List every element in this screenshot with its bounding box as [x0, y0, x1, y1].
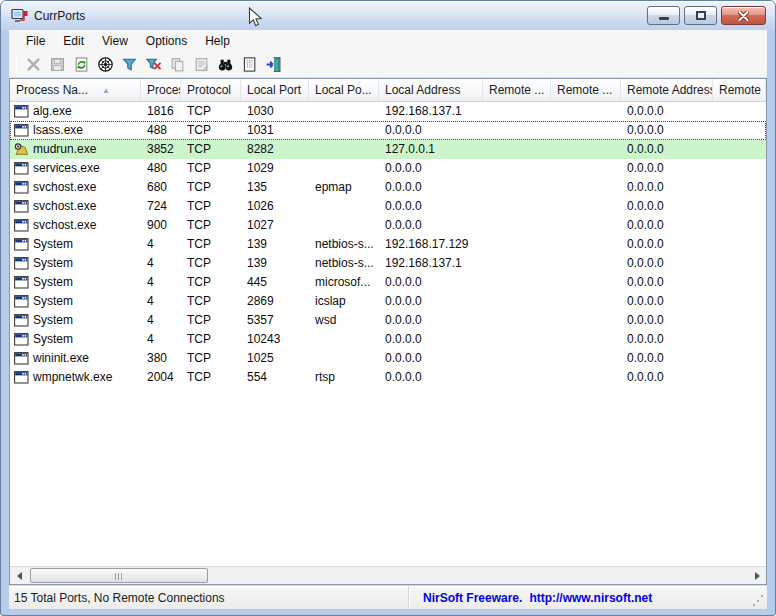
cell-remote-address: 0.0.0.0 [621, 273, 713, 292]
process-name-text: wmpnetwk.exe [33, 368, 112, 387]
column-remote-port[interactable]: Remote ... [483, 79, 551, 101]
column-remote-host[interactable]: Remote [713, 79, 766, 101]
cell-remote-port [483, 330, 551, 349]
status-summary: 15 Total Ports, No Remote Connections [9, 586, 409, 609]
cell-remote-address: 0.0.0.0 [621, 311, 713, 330]
cell-process-id: 2004 [141, 368, 181, 387]
toolbar [9, 51, 767, 78]
cell-process-name: wmpnetwk.exe [10, 368, 141, 387]
application-icon [14, 371, 29, 384]
clear-filter-button[interactable] [141, 53, 165, 76]
copy-icon [169, 56, 186, 73]
copy-button[interactable] [165, 53, 189, 76]
table-row[interactable]: alg.exe1816TCP1030192.168.137.10.0.0.0 [10, 102, 766, 121]
table-row[interactable]: wmpnetwk.exe2004TCP554rtsp0.0.0.00.0.0.0 [10, 368, 766, 387]
table-row[interactable]: System4TCP102430.0.0.00.0.0.0 [10, 330, 766, 349]
cell-remote-address: 0.0.0.0 [621, 216, 713, 235]
menu-view[interactable]: View [93, 32, 137, 50]
scroll-left-button[interactable] [10, 567, 28, 584]
find-button[interactable] [213, 53, 237, 76]
cell-remote-host-name [713, 178, 766, 197]
cell-remote-address: 0.0.0.0 [621, 349, 713, 368]
cell-local-port: 554 [241, 368, 309, 387]
cell-process-name: System [10, 292, 141, 311]
menu-edit[interactable]: Edit [54, 32, 93, 50]
nirsoft-link[interactable]: http://www.nirsoft.net [529, 591, 652, 605]
cell-remote-port [483, 273, 551, 292]
scroll-right-button[interactable] [748, 567, 766, 584]
scrollbar-thumb[interactable] [30, 568, 208, 583]
cell-protocol: TCP [181, 102, 241, 121]
cell-local-address: 0.0.0.0 [379, 311, 483, 330]
cell-process-name: svchost.exe [10, 216, 141, 235]
delete-button[interactable] [21, 53, 45, 76]
column-remote-port-name[interactable]: Remote ... [551, 79, 621, 101]
column-process-name[interactable]: Process Na... ▲ [10, 79, 141, 101]
filter-button[interactable] [117, 53, 141, 76]
titlebar[interactable]: CurrPorts [1, 1, 775, 30]
cell-local-port: 5357 [241, 311, 309, 330]
minimize-button[interactable] [647, 6, 680, 25]
horizontal-scrollbar[interactable] [10, 566, 766, 584]
status-bar: 15 Total Ports, No Remote Connections Ni… [9, 585, 767, 609]
process-name-text: System [33, 254, 73, 273]
properties-button[interactable] [189, 53, 213, 76]
process-name-text: System [33, 235, 73, 254]
column-process-id[interactable]: Proces... [141, 79, 181, 101]
table-row[interactable]: lsass.exe488TCP10310.0.0.00.0.0.0 [10, 121, 766, 140]
table-row[interactable]: System4TCP139netbios-s...192.168.137.10.… [10, 254, 766, 273]
cell-remote-port-name [551, 254, 621, 273]
cell-remote-host-name [713, 102, 766, 121]
cell-remote-address: 0.0.0.0 [621, 140, 713, 159]
cell-remote-host-name [713, 254, 766, 273]
clear-filter-icon [145, 56, 162, 73]
window-title: CurrPorts [34, 9, 85, 23]
cell-protocol: TCP [181, 349, 241, 368]
exit-button[interactable] [261, 53, 285, 76]
column-local-port[interactable]: Local Port [241, 79, 309, 101]
refresh-button[interactable] [69, 53, 93, 76]
table-row[interactable]: System4TCP445microsof...0.0.0.00.0.0.0 [10, 273, 766, 292]
table-row[interactable]: svchost.exe724TCP10260.0.0.00.0.0.0 [10, 197, 766, 216]
report-button[interactable] [237, 53, 261, 76]
menu-help[interactable]: Help [196, 32, 239, 50]
column-remote-address[interactable]: Remote Address [621, 79, 713, 101]
table-row[interactable]: svchost.exe680TCP135epmap0.0.0.00.0.0.0 [10, 178, 766, 197]
resize-grip[interactable] [752, 594, 764, 606]
cell-local-address: 192.168.137.1 [379, 102, 483, 121]
target-button[interactable] [93, 53, 117, 76]
table-row[interactable]: System4TCP2869icslap0.0.0.00.0.0.0 [10, 292, 766, 311]
save-icon [49, 56, 66, 73]
table-row[interactable]: wininit.exe380TCP10250.0.0.00.0.0.0 [10, 349, 766, 368]
client-area: File Edit View Options Help [9, 30, 767, 609]
cell-remote-port-name [551, 121, 621, 140]
table-row[interactable]: System4TCP139netbios-s...192.168.17.1290… [10, 235, 766, 254]
target-icon [97, 56, 114, 73]
close-button[interactable] [721, 6, 766, 25]
filter-icon [121, 56, 138, 73]
column-local-port-name[interactable]: Local Po... [309, 79, 379, 101]
status-branding: NirSoft Freeware. http://www.nirsoft.net [409, 591, 652, 605]
table-row[interactable]: System4TCP5357wsd0.0.0.00.0.0.0 [10, 311, 766, 330]
cell-process-name: System [10, 235, 141, 254]
cell-remote-address: 0.0.0.0 [621, 330, 713, 349]
cell-remote-port-name [551, 273, 621, 292]
cell-protocol: TCP [181, 292, 241, 311]
cell-remote-port [483, 292, 551, 311]
table-row[interactable]: services.exe480TCP10290.0.0.00.0.0.0 [10, 159, 766, 178]
save-button[interactable] [45, 53, 69, 76]
table-row[interactable]: svchost.exe900TCP10270.0.0.00.0.0.0 [10, 216, 766, 235]
table-row[interactable]: mudrun.exe3852TCP8282127.0.0.10.0.0.0 [10, 140, 766, 159]
cell-protocol: TCP [181, 216, 241, 235]
maximize-button[interactable] [684, 6, 717, 25]
menu-file[interactable]: File [17, 32, 54, 50]
cell-protocol: TCP [181, 368, 241, 387]
cell-process-name: wininit.exe [10, 349, 141, 368]
delete-icon [25, 56, 42, 73]
column-local-address[interactable]: Local Address [379, 79, 483, 101]
menu-options[interactable]: Options [137, 32, 196, 50]
cell-process-id: 4 [141, 273, 181, 292]
column-label: Remote ... [489, 83, 544, 97]
column-protocol[interactable]: Protocol [181, 79, 241, 101]
exit-icon [265, 56, 282, 73]
